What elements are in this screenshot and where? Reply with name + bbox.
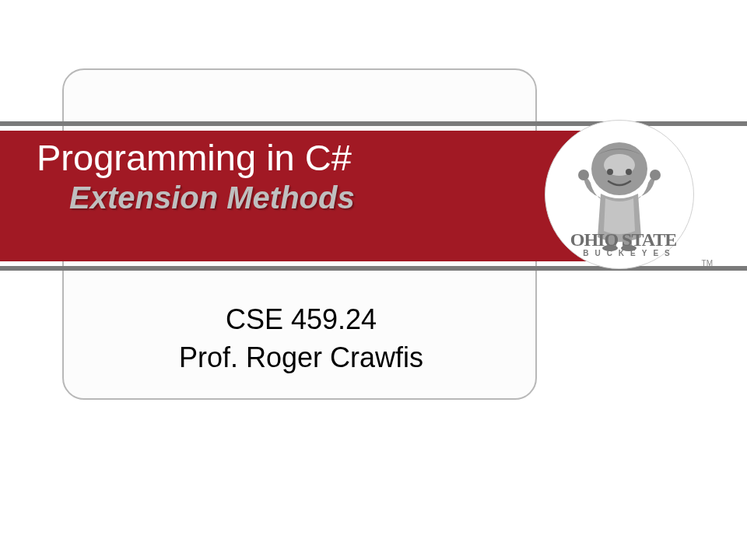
slide-subtitle: Extension Methods: [69, 180, 589, 215]
logo-container: TM: [545, 114, 714, 283]
body-text: CSE 459.24 Prof. Roger Crawfis: [95, 301, 507, 376]
svg-point-5: [650, 170, 661, 180]
logo-wordmark: OHIO STATE BUCKEYES: [545, 229, 708, 257]
course-code: CSE 459.24: [95, 301, 507, 339]
svg-point-3: [626, 169, 632, 175]
svg-point-2: [607, 169, 613, 175]
svg-point-4: [578, 170, 589, 180]
slide-title: Programming in C#: [37, 137, 589, 179]
title-block: Programming in C# Extension Methods: [37, 137, 589, 215]
wordmark-line1: OHIO STATE: [538, 229, 708, 250]
trademark-symbol: TM: [702, 259, 713, 268]
instructor-name: Prof. Roger Crawfis: [95, 339, 507, 377]
